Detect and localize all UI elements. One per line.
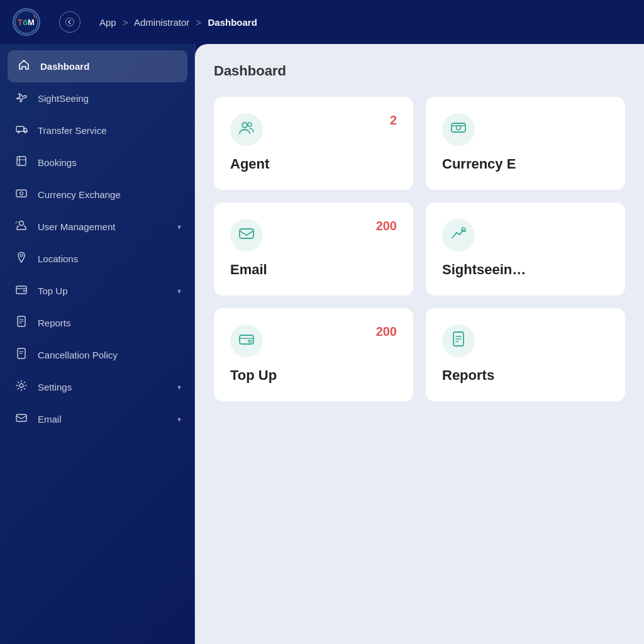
page-title: Dashboard (214, 63, 625, 79)
chevron-down-icon-email: ▾ (177, 415, 181, 424)
sidebar-item-sightseeing[interactable]: SightSeeing (0, 82, 195, 114)
card-reports-icon-wrap (442, 325, 475, 357)
sidebar-item-reports[interactable]: Reports (0, 307, 195, 339)
gear-icon (14, 379, 29, 395)
breadcrumb-current: Dashboard (208, 17, 257, 28)
main-layout: Dashboard SightSeeing Transfer Servic (0, 44, 644, 644)
currency-icon (14, 187, 29, 203)
card-email-top: 200 (230, 219, 397, 252)
svg-point-5 (66, 18, 74, 26)
svg-rect-10 (16, 190, 26, 197)
card-sightseeing-top (442, 219, 609, 252)
sidebar-item-label-user-mgmt: User Management (38, 221, 169, 232)
sidebar-item-transfer-service[interactable]: Transfer Service (0, 114, 195, 147)
svg-rect-26 (240, 335, 253, 344)
sidebar-item-label-email: Email (38, 414, 169, 425)
logo: T ö M (13, 8, 40, 36)
box-icon (14, 155, 29, 170)
card-reports: Reports (426, 308, 625, 401)
card-currency-exchange: Currency E (426, 97, 625, 190)
cards-grid: 2 Agent (214, 97, 625, 401)
svg-point-12 (19, 221, 24, 226)
svg-rect-9 (17, 157, 26, 165)
reports-icon (14, 315, 29, 331)
svg-point-11 (20, 192, 23, 195)
chevron-down-icon-topup: ▾ (177, 287, 181, 296)
card-sightseeing-label: Sightseein… (442, 262, 609, 278)
wallet-icon (14, 283, 29, 299)
card-sightseeing: Sightseein… (426, 203, 625, 296)
svg-rect-6 (16, 126, 24, 131)
sidebar-item-label-reports: Reports (38, 318, 181, 328)
currency-card-icon (450, 119, 467, 140)
sidebar-item-cancellation[interactable]: Cancellation Policy (0, 339, 195, 371)
svg-point-18 (19, 384, 23, 387)
breadcrumb-sep2: > (196, 17, 202, 28)
sidebar-item-user-management[interactable]: User Management ▾ (0, 211, 195, 243)
svg-rect-24 (240, 229, 253, 238)
card-agent-label: Agent (230, 156, 397, 172)
card-email-count: 200 (376, 219, 397, 233)
svg-text:T: T (18, 18, 23, 27)
breadcrumb-app: App (99, 17, 116, 28)
card-email-label: Email (230, 262, 397, 278)
sidebar-item-locations[interactable]: Locations (0, 243, 195, 275)
svg-rect-14 (16, 286, 26, 294)
svg-point-13 (20, 254, 23, 257)
sidebar-item-label-cancellation: Cancellation Policy (38, 350, 181, 360)
agents-icon (238, 119, 255, 140)
card-topup-count: 200 (376, 325, 397, 339)
breadcrumb-admin: Administrator (134, 17, 189, 28)
sightseeing-card-icon (450, 225, 467, 245)
sidebar-item-label-bookings: Bookings (38, 157, 181, 168)
card-agent: 2 Agent (214, 97, 413, 190)
sidebar: Dashboard SightSeeing Transfer Servic (0, 44, 195, 644)
sidebar-item-top-up[interactable]: Top Up ▾ (0, 275, 195, 307)
sidebar-item-bookings[interactable]: Bookings (0, 147, 195, 179)
house-icon (16, 58, 31, 74)
card-email-icon-wrap (230, 219, 263, 252)
svg-point-21 (248, 123, 252, 126)
header: T ö M App > Administrator > Dashboard (0, 0, 644, 44)
breadcrumb: App > Administrator > Dashboard (99, 17, 257, 28)
card-reports-label: Reports (442, 367, 609, 384)
logo-circle: T ö M (13, 8, 40, 36)
chevron-down-icon-settings: ▾ (177, 383, 181, 392)
email-card-icon (238, 225, 255, 245)
back-button[interactable] (59, 11, 80, 33)
sidebar-item-dashboard[interactable]: Dashboard (8, 50, 187, 82)
sidebar-item-currency-exchange[interactable]: Currency Exchange (0, 179, 195, 211)
sidebar-item-label-currency: Currency Exchange (38, 189, 181, 200)
sidebar-item-label-dashboard: Dashboard (40, 61, 179, 72)
svg-text:M: M (28, 18, 35, 27)
svg-point-7 (18, 131, 19, 133)
card-reports-top (442, 325, 609, 357)
doc-icon (14, 347, 29, 363)
svg-rect-19 (16, 414, 26, 421)
card-sightseeing-icon-wrap (442, 219, 475, 252)
card-agent-icon-wrap (230, 113, 263, 146)
card-currency-label: Currency E (442, 156, 609, 172)
plane-icon (14, 91, 29, 106)
card-topup: 200 Top Up (214, 308, 413, 401)
envelope-icon (14, 411, 29, 427)
sidebar-item-settings[interactable]: Settings ▾ (0, 371, 195, 403)
card-topup-label: Top Up (230, 367, 397, 384)
sidebar-item-label-transfer: Transfer Service (38, 125, 181, 136)
truck-icon (14, 123, 29, 138)
sidebar-item-label-locations: Locations (38, 253, 181, 264)
main-content: Dashboard 2 (195, 44, 644, 644)
card-currency-top (442, 113, 609, 146)
users-icon (14, 219, 29, 235)
svg-rect-22 (452, 123, 465, 132)
card-topup-icon-wrap (230, 325, 263, 357)
svg-point-20 (242, 123, 247, 128)
svg-text:ö: ö (23, 18, 28, 27)
svg-point-8 (25, 131, 26, 133)
sidebar-item-label-settings: Settings (38, 382, 169, 392)
breadcrumb-sep1: > (123, 17, 128, 28)
chevron-down-icon: ▾ (177, 223, 181, 231)
sidebar-item-label-sightseeing: SightSeeing (38, 93, 181, 104)
svg-rect-27 (248, 340, 252, 342)
sidebar-item-email[interactable]: Email ▾ (0, 403, 195, 435)
